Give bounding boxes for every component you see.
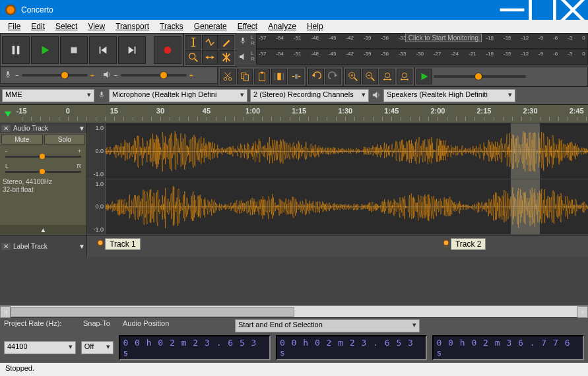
menu-transport[interactable]: Transport	[110, 20, 154, 32]
fit-project-button[interactable]	[397, 69, 412, 84]
label-track-close-button[interactable]: ✕	[1, 243, 11, 250]
label-lane[interactable]: Track 1Track 2	[87, 235, 588, 257]
menu-effect[interactable]: Effect	[232, 20, 263, 32]
svg-marker-64	[5, 111, 11, 117]
selection-region[interactable]	[511, 179, 540, 235]
svg-rect-11	[135, 46, 136, 53]
timeline[interactable]: -1501530451:001:151:301:452:002:152:302:…	[0, 105, 588, 123]
horizontal-scrollbar[interactable]: ◂ ▸	[0, 305, 588, 317]
timeline-options-button[interactable]	[0, 105, 16, 123]
speaker-meter-icon[interactable]	[236, 49, 249, 65]
zoom-out-button[interactable]	[362, 69, 378, 84]
redo-button[interactable]	[325, 69, 341, 84]
window-titlebar: Concerto	[0, 0, 588, 20]
menu-tracks[interactable]: Tracks	[154, 20, 189, 32]
status-text: Stopped.	[5, 364, 34, 372]
menu-analyze[interactable]: Analyze	[263, 20, 302, 32]
scroll-right-button[interactable]: ▸	[577, 306, 588, 318]
record-button[interactable]	[154, 36, 181, 64]
play-speed-slider[interactable]	[434, 75, 526, 78]
timeline-ruler[interactable]: -1501530451:001:151:301:452:002:152:302:…	[16, 105, 588, 123]
project-rate-select[interactable]: 44100	[4, 341, 76, 354]
snap-to-select[interactable]: Off	[81, 341, 114, 354]
gain-slider[interactable]	[5, 156, 81, 158]
draw-tool[interactable]	[218, 35, 234, 49]
cut-button[interactable]	[220, 69, 236, 84]
paste-button[interactable]	[254, 69, 270, 84]
track-close-button[interactable]: ✕	[1, 125, 11, 132]
mute-button[interactable]: Mute	[1, 135, 43, 144]
selection-mode-label[interactable]: Start and End of Selection	[235, 319, 420, 332]
audio-track-panel[interactable]: ✕ Audio Track ▼ Mute Solo -+ LR Stereo, …	[0, 123, 87, 235]
recording-device-select[interactable]: Microphone (Realtek High Defini	[109, 89, 247, 102]
audio-host-select[interactable]: MME	[2, 89, 94, 102]
device-toolbar: MME Microphone (Realtek High Defini 2 (S…	[0, 86, 588, 105]
track-format-info: Stereo, 44100Hz 32-bit float	[0, 176, 86, 196]
menu-file[interactable]: File	[3, 20, 26, 32]
track-collapse-button[interactable]: ▲	[0, 225, 86, 235]
zoom-tool[interactable]	[185, 50, 201, 65]
monitoring-prompt[interactable]: Click to Start Monitoring	[405, 34, 482, 42]
envelope-tool[interactable]	[202, 35, 218, 49]
close-button[interactable]	[558, 0, 588, 20]
waveform-right-channel[interactable]: 1.00.0-1.0	[87, 179, 588, 235]
svg-marker-59	[401, 78, 403, 81]
scroll-thumb[interactable]	[11, 307, 294, 317]
playback-device-select[interactable]: Speakers (Realtek High Definiti	[383, 89, 515, 102]
zoom-in-button[interactable]	[345, 69, 361, 84]
label-marker[interactable]: Track 1	[97, 238, 141, 250]
label-track-panel[interactable]: ✕ Label Track ▼	[0, 235, 87, 257]
undo-button[interactable]	[308, 69, 324, 84]
timeshift-tool[interactable]	[202, 50, 218, 65]
app-icon	[5, 5, 16, 15]
selection-tool[interactable]	[185, 35, 201, 49]
label-track-menu-button[interactable]: ▼	[79, 243, 85, 250]
label-marker[interactable]: Track 2	[443, 238, 486, 250]
playback-volume-slider[interactable]	[121, 74, 187, 77]
waveform-left-channel[interactable]: 1.00.0-1.0	[87, 123, 588, 179]
svg-point-16	[189, 53, 195, 59]
copy-button[interactable]	[237, 69, 253, 84]
silence-button[interactable]	[288, 69, 304, 84]
play-at-speed-button[interactable]	[416, 69, 432, 84]
multi-tool[interactable]	[218, 50, 234, 65]
stop-button[interactable]	[60, 36, 88, 64]
mic-meter-icon[interactable]	[236, 33, 249, 49]
play-button[interactable]	[31, 36, 59, 64]
audio-position-display[interactable]: 0 0 h 0 2 m 2 3 . 6 5 3 s	[119, 335, 271, 360]
pause-button[interactable]	[2, 36, 30, 64]
rec-meter-lr: LR	[249, 33, 256, 49]
minimize-button[interactable]	[497, 0, 527, 20]
solo-button[interactable]: Solo	[44, 135, 86, 144]
svg-rect-5	[17, 46, 20, 54]
recording-volume-slider[interactable]	[22, 74, 88, 77]
menu-view[interactable]: View	[82, 20, 110, 32]
track-menu-button[interactable]: ▼	[79, 125, 85, 132]
svg-rect-43	[295, 74, 298, 78]
menu-select[interactable]: Select	[50, 20, 82, 32]
selection-start-display[interactable]: 0 0 h 0 2 m 2 3 . 6 5 3 s	[276, 335, 428, 360]
svg-marker-26	[240, 53, 244, 60]
undo-toolbar	[306, 67, 343, 86]
svg-rect-1	[531, 0, 555, 22]
playback-meter[interactable]: -57-54-51-48-45-42-39-36-33-30-27-24-21-…	[256, 49, 588, 65]
skip-start-button[interactable]	[89, 36, 117, 64]
menu-generate[interactable]: Generate	[189, 20, 232, 32]
svg-rect-4	[13, 46, 15, 54]
menu-edit[interactable]: Edit	[26, 20, 50, 32]
selection-region[interactable]	[511, 123, 540, 179]
svg-point-31	[228, 77, 232, 80]
selection-end-display[interactable]: 0 0 h 0 2 m 3 6 . 7 7 6 s	[432, 335, 584, 360]
recording-channels-select[interactable]: 2 (Stereo) Recording Channels	[250, 89, 369, 102]
pan-slider[interactable]	[5, 171, 81, 173]
mic-icon	[3, 70, 13, 81]
fit-selection-button[interactable]	[379, 69, 395, 84]
maximize-button[interactable]	[527, 0, 558, 20]
recording-meter[interactable]: -57-54-51-48-45-42-39-36-33-30-27-24-21-…	[256, 33, 588, 49]
svg-rect-35	[244, 75, 248, 80]
svg-rect-62	[101, 92, 103, 96]
scroll-left-button[interactable]: ◂	[0, 306, 11, 318]
menu-help[interactable]: Help	[302, 20, 329, 32]
skip-end-button[interactable]	[118, 36, 146, 64]
trim-button[interactable]	[271, 69, 287, 84]
